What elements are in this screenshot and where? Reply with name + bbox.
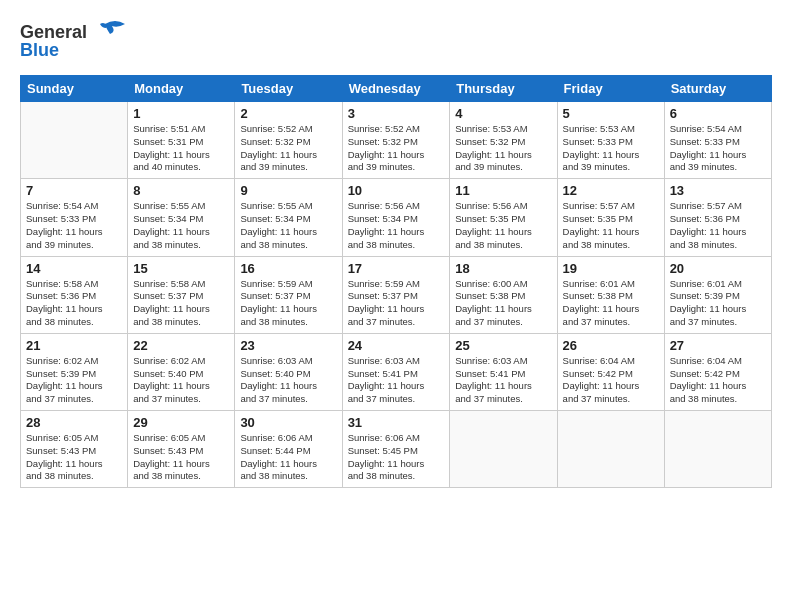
calendar-cell	[664, 411, 771, 488]
cell-info: Sunrise: 6:05 AMSunset: 5:43 PMDaylight:…	[26, 432, 122, 483]
calendar-cell: 3Sunrise: 5:52 AMSunset: 5:32 PMDaylight…	[342, 102, 450, 179]
logo: General Blue	[20, 16, 130, 65]
calendar-week-5: 28Sunrise: 6:05 AMSunset: 5:43 PMDayligh…	[21, 411, 772, 488]
day-number: 17	[348, 261, 445, 276]
cell-info: Sunrise: 6:02 AMSunset: 5:39 PMDaylight:…	[26, 355, 122, 406]
cell-info: Sunrise: 5:56 AMSunset: 5:35 PMDaylight:…	[455, 200, 551, 251]
calendar-cell: 9Sunrise: 5:55 AMSunset: 5:34 PMDaylight…	[235, 179, 342, 256]
calendar-cell: 29Sunrise: 6:05 AMSunset: 5:43 PMDayligh…	[128, 411, 235, 488]
calendar-week-1: 1Sunrise: 5:51 AMSunset: 5:31 PMDaylight…	[21, 102, 772, 179]
cell-info: Sunrise: 5:55 AMSunset: 5:34 PMDaylight:…	[240, 200, 336, 251]
calendar-cell: 27Sunrise: 6:04 AMSunset: 5:42 PMDayligh…	[664, 333, 771, 410]
cell-info: Sunrise: 6:00 AMSunset: 5:38 PMDaylight:…	[455, 278, 551, 329]
day-number: 5	[563, 106, 659, 121]
calendar-cell: 20Sunrise: 6:01 AMSunset: 5:39 PMDayligh…	[664, 256, 771, 333]
cell-info: Sunrise: 5:53 AMSunset: 5:32 PMDaylight:…	[455, 123, 551, 174]
calendar-cell: 21Sunrise: 6:02 AMSunset: 5:39 PMDayligh…	[21, 333, 128, 410]
cell-info: Sunrise: 5:58 AMSunset: 5:36 PMDaylight:…	[26, 278, 122, 329]
svg-text:General: General	[20, 22, 87, 42]
day-header-wednesday: Wednesday	[342, 76, 450, 102]
day-number: 20	[670, 261, 766, 276]
cell-info: Sunrise: 5:54 AMSunset: 5:33 PMDaylight:…	[26, 200, 122, 251]
cell-info: Sunrise: 5:52 AMSunset: 5:32 PMDaylight:…	[348, 123, 445, 174]
day-number: 27	[670, 338, 766, 353]
logo-text: General Blue	[20, 16, 130, 65]
calendar-cell: 15Sunrise: 5:58 AMSunset: 5:37 PMDayligh…	[128, 256, 235, 333]
cell-info: Sunrise: 5:53 AMSunset: 5:33 PMDaylight:…	[563, 123, 659, 174]
cell-info: Sunrise: 6:01 AMSunset: 5:38 PMDaylight:…	[563, 278, 659, 329]
day-number: 21	[26, 338, 122, 353]
calendar-week-4: 21Sunrise: 6:02 AMSunset: 5:39 PMDayligh…	[21, 333, 772, 410]
cell-info: Sunrise: 6:01 AMSunset: 5:39 PMDaylight:…	[670, 278, 766, 329]
day-number: 31	[348, 415, 445, 430]
cell-info: Sunrise: 6:04 AMSunset: 5:42 PMDaylight:…	[670, 355, 766, 406]
day-number: 23	[240, 338, 336, 353]
cell-info: Sunrise: 5:56 AMSunset: 5:34 PMDaylight:…	[348, 200, 445, 251]
day-number: 25	[455, 338, 551, 353]
day-number: 3	[348, 106, 445, 121]
calendar-week-2: 7Sunrise: 5:54 AMSunset: 5:33 PMDaylight…	[21, 179, 772, 256]
day-header-sunday: Sunday	[21, 76, 128, 102]
day-number: 10	[348, 183, 445, 198]
day-number: 24	[348, 338, 445, 353]
header: General Blue	[20, 16, 772, 65]
calendar-week-3: 14Sunrise: 5:58 AMSunset: 5:36 PMDayligh…	[21, 256, 772, 333]
day-header-tuesday: Tuesday	[235, 76, 342, 102]
calendar-cell: 26Sunrise: 6:04 AMSunset: 5:42 PMDayligh…	[557, 333, 664, 410]
cell-info: Sunrise: 5:57 AMSunset: 5:35 PMDaylight:…	[563, 200, 659, 251]
cell-info: Sunrise: 5:59 AMSunset: 5:37 PMDaylight:…	[348, 278, 445, 329]
calendar-header-row: SundayMondayTuesdayWednesdayThursdayFrid…	[21, 76, 772, 102]
day-number: 2	[240, 106, 336, 121]
calendar-table: SundayMondayTuesdayWednesdayThursdayFrid…	[20, 75, 772, 488]
day-number: 16	[240, 261, 336, 276]
calendar-cell: 4Sunrise: 5:53 AMSunset: 5:32 PMDaylight…	[450, 102, 557, 179]
svg-text:Blue: Blue	[20, 40, 59, 60]
calendar-cell: 23Sunrise: 6:03 AMSunset: 5:40 PMDayligh…	[235, 333, 342, 410]
day-number: 30	[240, 415, 336, 430]
calendar-cell: 6Sunrise: 5:54 AMSunset: 5:33 PMDaylight…	[664, 102, 771, 179]
calendar-cell: 13Sunrise: 5:57 AMSunset: 5:36 PMDayligh…	[664, 179, 771, 256]
cell-info: Sunrise: 5:54 AMSunset: 5:33 PMDaylight:…	[670, 123, 766, 174]
calendar-cell: 31Sunrise: 6:06 AMSunset: 5:45 PMDayligh…	[342, 411, 450, 488]
cell-info: Sunrise: 5:59 AMSunset: 5:37 PMDaylight:…	[240, 278, 336, 329]
cell-info: Sunrise: 6:03 AMSunset: 5:41 PMDaylight:…	[348, 355, 445, 406]
cell-info: Sunrise: 6:03 AMSunset: 5:40 PMDaylight:…	[240, 355, 336, 406]
calendar-cell: 7Sunrise: 5:54 AMSunset: 5:33 PMDaylight…	[21, 179, 128, 256]
day-number: 6	[670, 106, 766, 121]
page-container: General Blue SundayMondayTuesdayWednesda…	[0, 0, 792, 612]
cell-info: Sunrise: 6:06 AMSunset: 5:45 PMDaylight:…	[348, 432, 445, 483]
day-number: 14	[26, 261, 122, 276]
calendar-cell: 2Sunrise: 5:52 AMSunset: 5:32 PMDaylight…	[235, 102, 342, 179]
calendar-cell: 19Sunrise: 6:01 AMSunset: 5:38 PMDayligh…	[557, 256, 664, 333]
calendar-cell: 5Sunrise: 5:53 AMSunset: 5:33 PMDaylight…	[557, 102, 664, 179]
day-number: 28	[26, 415, 122, 430]
day-number: 12	[563, 183, 659, 198]
cell-info: Sunrise: 5:52 AMSunset: 5:32 PMDaylight:…	[240, 123, 336, 174]
day-number: 13	[670, 183, 766, 198]
calendar-cell: 17Sunrise: 5:59 AMSunset: 5:37 PMDayligh…	[342, 256, 450, 333]
day-header-friday: Friday	[557, 76, 664, 102]
cell-info: Sunrise: 6:03 AMSunset: 5:41 PMDaylight:…	[455, 355, 551, 406]
cell-info: Sunrise: 6:04 AMSunset: 5:42 PMDaylight:…	[563, 355, 659, 406]
day-number: 1	[133, 106, 229, 121]
day-number: 19	[563, 261, 659, 276]
calendar-cell: 11Sunrise: 5:56 AMSunset: 5:35 PMDayligh…	[450, 179, 557, 256]
day-number: 4	[455, 106, 551, 121]
day-header-monday: Monday	[128, 76, 235, 102]
day-header-thursday: Thursday	[450, 76, 557, 102]
day-number: 7	[26, 183, 122, 198]
calendar-cell	[450, 411, 557, 488]
cell-info: Sunrise: 5:51 AMSunset: 5:31 PMDaylight:…	[133, 123, 229, 174]
calendar-cell: 8Sunrise: 5:55 AMSunset: 5:34 PMDaylight…	[128, 179, 235, 256]
calendar-cell: 22Sunrise: 6:02 AMSunset: 5:40 PMDayligh…	[128, 333, 235, 410]
cell-info: Sunrise: 6:05 AMSunset: 5:43 PMDaylight:…	[133, 432, 229, 483]
day-number: 22	[133, 338, 229, 353]
day-number: 9	[240, 183, 336, 198]
cell-info: Sunrise: 5:57 AMSunset: 5:36 PMDaylight:…	[670, 200, 766, 251]
day-header-saturday: Saturday	[664, 76, 771, 102]
calendar-cell: 30Sunrise: 6:06 AMSunset: 5:44 PMDayligh…	[235, 411, 342, 488]
calendar-cell	[21, 102, 128, 179]
cell-info: Sunrise: 5:58 AMSunset: 5:37 PMDaylight:…	[133, 278, 229, 329]
cell-info: Sunrise: 5:55 AMSunset: 5:34 PMDaylight:…	[133, 200, 229, 251]
day-number: 18	[455, 261, 551, 276]
